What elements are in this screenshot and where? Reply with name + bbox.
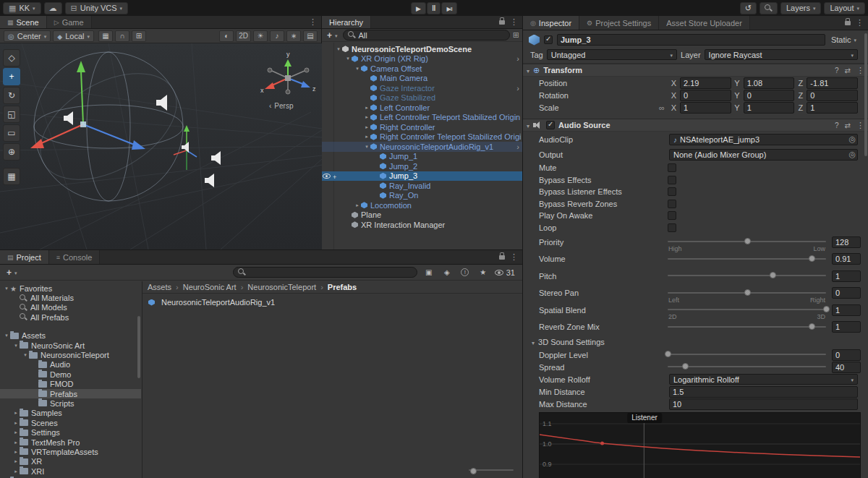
- name-field[interactable]: Jump_3: [557, 34, 825, 46]
- expander-icon[interactable]: [12, 458, 20, 464]
- hierarchy-item[interactable]: XR Interaction Manager: [322, 220, 522, 230]
- slider-value-field[interactable]: 0.91: [832, 253, 861, 265]
- effects-dropdown[interactable]: ∗: [286, 30, 301, 42]
- toggle-checkbox[interactable]: [668, 163, 676, 172]
- project-tree-item[interactable]: TextMesh Pro: [0, 438, 141, 447]
- scene-viewport[interactable]: y x z ‹Persp ◇+↻◱▭⊕▦: [0, 43, 322, 249]
- project-tree-item[interactable]: Audio: [0, 360, 141, 370]
- min-distance-field[interactable]: 1.5: [669, 386, 858, 398]
- asset-grid[interactable]: NeurosonicTeleportAudioRig_v1: [142, 294, 522, 478]
- project-tree-item[interactable]: Scripts: [0, 398, 141, 408]
- slider-value-field[interactable]: 0: [832, 349, 861, 361]
- audioclip-object-field[interactable]: NSAteleportAE_jump3: [669, 134, 858, 145]
- slider[interactable]: [668, 254, 826, 265]
- foldout-icon[interactable]: [527, 66, 529, 74]
- slider-knob[interactable]: [744, 289, 751, 296]
- expander-icon[interactable]: [12, 469, 20, 474]
- grid-visibility-icon[interactable]: ▦: [98, 30, 113, 42]
- hierarchy-item[interactable]: XR Origin (XR Rig): [322, 54, 522, 64]
- object-picker-icon[interactable]: [848, 150, 856, 159]
- project-tree-item[interactable]: Samples: [0, 409, 141, 418]
- zoom-slider-knob[interactable]: [470, 468, 477, 474]
- expander-icon[interactable]: [363, 134, 370, 140]
- scene-audio-toggle[interactable]: ♪: [270, 30, 284, 42]
- hierarchy-item[interactable]: Jump_1: [322, 152, 522, 162]
- hierarchy-item[interactable]: Gaze Stabilized: [322, 93, 522, 103]
- hierarchy-item[interactable]: Ray_Invalid: [322, 181, 522, 191]
- expander-icon[interactable]: [344, 56, 352, 61]
- hierarchy-item[interactable]: Jump_2: [322, 161, 522, 171]
- help-icon[interactable]: [835, 121, 839, 129]
- add-asset-button[interactable]: [4, 268, 20, 278]
- hierarchy-item[interactable]: Gaze Interactor: [322, 83, 522, 93]
- snap-magnet-icon[interactable]: ∩: [115, 30, 129, 42]
- project-tree-item[interactable]: Scenes: [0, 418, 141, 427]
- layer-dropdown[interactable]: Ignore Raycast: [705, 49, 858, 60]
- slider-value-field[interactable]: 40: [832, 362, 861, 373]
- hierarchy-item[interactable]: Left Controller: [322, 103, 522, 113]
- expander-icon[interactable]: [354, 202, 361, 208]
- x-field[interactable]: 0: [680, 90, 731, 101]
- project-tree-item[interactable]: Prefabs: [0, 389, 141, 398]
- presets-icon[interactable]: [845, 66, 851, 74]
- sound3d-foldout[interactable]: 3D Sound Settings: [523, 336, 868, 349]
- expander-icon[interactable]: [363, 105, 370, 111]
- toggle-checkbox[interactable]: [668, 176, 676, 184]
- transform-tool[interactable]: ⊕: [3, 143, 20, 161]
- shading-mode-icon[interactable]: ◐: [219, 30, 234, 42]
- project-tree-item[interactable]: Favorites: [0, 283, 141, 293]
- panel-tab[interactable]: Asset Store Uploader: [659, 16, 750, 30]
- asset-item[interactable]: NeurosonicTeleportAudioRig_v1: [144, 296, 521, 308]
- breadcrumb-item[interactable]: Prefabs: [328, 283, 357, 291]
- cloud-services-button[interactable]: [44, 2, 62, 14]
- expander-icon[interactable]: [12, 343, 20, 349]
- breadcrumb-item[interactable]: NeuroSonic Art: [183, 283, 248, 291]
- project-tree-item[interactable]: NeuroSonic Art: [0, 341, 141, 350]
- slider-knob[interactable]: [682, 363, 689, 370]
- y-field[interactable]: 1: [744, 102, 795, 114]
- project-tree-scrollbar[interactable]: [137, 316, 140, 378]
- search-button[interactable]: [760, 2, 778, 14]
- slider[interactable]: 2D 3D: [668, 304, 826, 315]
- slider[interactable]: [668, 349, 826, 360]
- component-menu-icon[interactable]: [856, 121, 864, 130]
- tag-dropdown[interactable]: Untagged: [547, 49, 677, 60]
- x-field[interactable]: 2.19: [680, 77, 731, 89]
- object-picker-icon[interactable]: [848, 135, 856, 144]
- hierarchy-item[interactable]: Main Camera: [322, 74, 522, 84]
- hierarchy-item[interactable]: Right Controller: [322, 122, 522, 132]
- project-tree-item[interactable]: XRI: [0, 466, 141, 476]
- hierarchy-item[interactable]: Jump_3: [322, 171, 522, 182]
- slider[interactable]: High Low: [668, 236, 826, 247]
- panel-tab[interactable]: ⚙Project Settings: [579, 16, 659, 30]
- add-gameobject-button[interactable]: [325, 30, 340, 40]
- scale-tool[interactable]: ◱: [3, 106, 20, 123]
- hierarchy-options-icon[interactable]: [513, 30, 519, 40]
- breadcrumb-item[interactable]: Assets: [148, 283, 183, 291]
- lock-icon[interactable]: [845, 21, 851, 25]
- project-tree-item[interactable]: VRTemplateAssets: [0, 447, 141, 456]
- breadcrumb-item[interactable]: NeurosonicTeleport: [247, 283, 327, 291]
- expander-icon[interactable]: [12, 410, 20, 416]
- static-dropdown[interactable]: Static: [830, 35, 858, 44]
- foldout-icon[interactable]: [527, 121, 529, 129]
- project-tree-item[interactable]: FMOD: [0, 380, 141, 389]
- tab-hierarchy[interactable]: Hierarchy: [322, 16, 371, 28]
- slider-knob[interactable]: [744, 238, 751, 244]
- hierarchy-item[interactable]: NeurosonicTeleportAudioRig_v1: [322, 142, 522, 152]
- project-tree-item[interactable]: Demo: [0, 370, 141, 379]
- search-by-type-icon[interactable]: ▣: [422, 267, 436, 278]
- hierarchy-item[interactable]: NeurosonicTeleportDemoScene: [322, 44, 522, 54]
- rotate-tool[interactable]: ↻: [3, 87, 20, 104]
- pause-button[interactable]: [427, 2, 441, 14]
- unity-vcs-button[interactable]: Unity VCS: [65, 2, 128, 14]
- expander-icon[interactable]: [3, 286, 10, 291]
- toggle-checkbox[interactable]: [668, 200, 676, 208]
- z-field[interactable]: 0: [807, 90, 858, 101]
- project-tree-item[interactable]: Settings: [0, 427, 141, 437]
- panel-tab[interactable]: ▷Game: [47, 16, 92, 28]
- favorite-search-icon[interactable]: ★: [476, 267, 490, 278]
- panel-menu-icon[interactable]: [856, 18, 864, 27]
- max-distance-field[interactable]: 10: [669, 398, 858, 410]
- slider-knob[interactable]: [770, 272, 776, 278]
